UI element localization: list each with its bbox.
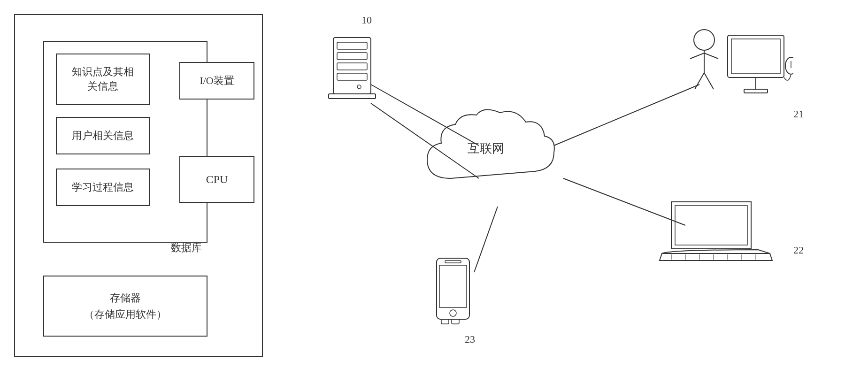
- learning-box: 学习过程信息: [56, 169, 150, 206]
- laptop-illustration: [657, 197, 775, 268]
- desktop-user-illustration: [681, 26, 793, 115]
- svg-line-4: [474, 207, 498, 272]
- database-label: 数据库: [171, 241, 202, 255]
- svg-point-18: [785, 57, 793, 74]
- outer-system-box: 知识点及其相 关信息 用户相关信息 学习过程信息 数据库 I/O装置 CPU 存…: [14, 14, 263, 357]
- svg-point-31: [450, 310, 456, 316]
- svg-rect-30: [445, 261, 461, 263]
- storage-box: 存储器 （存储应用软件）: [43, 276, 207, 337]
- cpu-box: CPU: [179, 156, 254, 203]
- svg-rect-9: [337, 73, 367, 80]
- svg-rect-32: [441, 319, 449, 324]
- label-10: 10: [361, 14, 372, 26]
- svg-text:互联网: 互联网: [468, 142, 504, 155]
- user-label: 用户相关信息: [72, 129, 134, 143]
- server-illustration: [319, 33, 385, 127]
- phone-illustration: [432, 256, 474, 331]
- svg-rect-11: [329, 94, 376, 99]
- io-label: I/O装置: [200, 74, 234, 88]
- internet-cloud: 互联网: [413, 103, 563, 211]
- io-box: I/O装置: [179, 62, 254, 100]
- svg-rect-29: [439, 265, 467, 307]
- svg-rect-6: [337, 42, 367, 49]
- svg-rect-17: [744, 89, 768, 93]
- svg-rect-8: [337, 63, 367, 70]
- svg-rect-20: [675, 206, 747, 245]
- cpu-label: CPU: [206, 173, 228, 186]
- svg-point-10: [357, 85, 361, 89]
- knowledge-box: 知识点及其相 关信息: [56, 54, 150, 105]
- svg-point-13: [694, 30, 714, 50]
- knowledge-label: 知识点及其相 关信息: [72, 65, 134, 94]
- svg-rect-5: [333, 38, 371, 94]
- label-21: 21: [793, 108, 804, 120]
- diagram-container: 知识点及其相 关信息 用户相关信息 学习过程信息 数据库 I/O装置 CPU 存…: [0, 0, 868, 376]
- svg-rect-7: [337, 53, 367, 60]
- svg-rect-15: [731, 39, 780, 74]
- storage-label-2: （存储应用软件）: [84, 306, 167, 322]
- storage-label-1: 存储器: [110, 290, 141, 306]
- user-info-box: 用户相关信息: [56, 117, 150, 154]
- learning-label: 学习过程信息: [72, 180, 134, 195]
- label-23: 23: [465, 333, 475, 345]
- label-22: 22: [793, 244, 804, 256]
- svg-line-2: [554, 84, 699, 146]
- svg-rect-14: [728, 35, 784, 77]
- svg-rect-33: [452, 319, 459, 324]
